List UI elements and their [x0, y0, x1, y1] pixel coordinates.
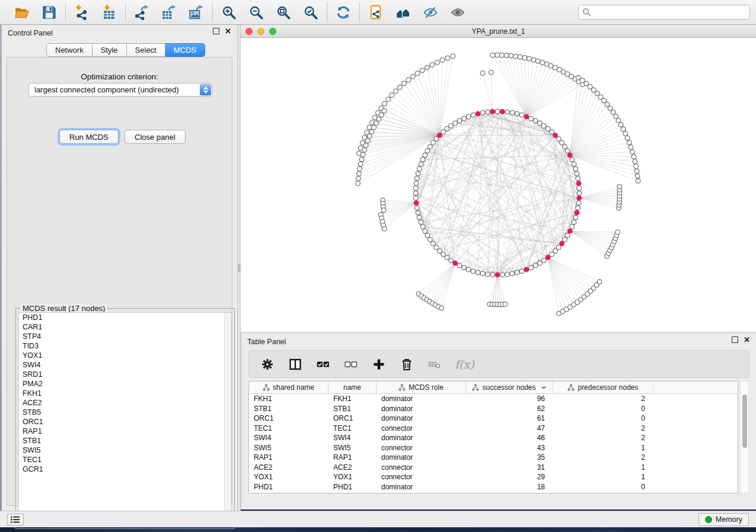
run-mcds-button[interactable]: Run MCDS — [59, 130, 119, 144]
tab-mcds[interactable]: MCDS — [165, 43, 205, 57]
table-row[interactable]: RAP1RAP1dominator352 — [249, 453, 738, 463]
tab-style[interactable]: Style — [92, 43, 127, 57]
select-all-button[interactable] — [315, 357, 331, 372]
list-item[interactable]: SWI4 — [19, 360, 231, 370]
list-item[interactable]: CAR1 — [19, 322, 231, 332]
export-network-icon — [134, 5, 149, 20]
share-network-button[interactable] — [368, 4, 384, 21]
column-header-name[interactable]: name — [328, 382, 377, 393]
table-cell: dominator — [377, 404, 466, 414]
search-input[interactable] — [578, 5, 750, 20]
list-item[interactable]: STB5 — [19, 408, 231, 417]
float-panel-icon[interactable] — [213, 28, 219, 34]
table-cell: PHD1 — [249, 482, 328, 492]
mcds-result-list[interactable]: PHD1CAR1STP4TID3YOX1SWI4SRD1PMA2FKH1ACE2… — [18, 312, 232, 526]
close-panel-icon[interactable]: ✕ — [225, 28, 231, 34]
table-cell: 0 — [553, 404, 653, 414]
table-settings-button[interactable] — [260, 357, 275, 372]
deselect-all-button[interactable] — [343, 357, 359, 372]
node-table: shared name name MCDS role successor nod… — [248, 381, 738, 493]
import-network-button[interactable] — [74, 4, 90, 21]
tab-select[interactable]: Select — [127, 43, 165, 57]
list-item[interactable]: PHD1 — [19, 313, 231, 322]
table-row[interactable]: FKH1FKH1dominator962 — [249, 394, 738, 404]
column-header-mcds-role[interactable]: MCDS role — [377, 382, 466, 393]
list-item[interactable]: PMA2 — [19, 379, 231, 389]
table-row[interactable]: ACE2ACE2connector311 — [249, 463, 738, 473]
tab-network[interactable]: Network — [46, 43, 92, 57]
table-row[interactable]: YOX1YOX1connector291 — [249, 472, 738, 482]
import-table-button[interactable] — [101, 4, 117, 21]
zoom-fit-button[interactable] — [275, 4, 292, 21]
table-row[interactable]: SWI4SWI4dominator462 — [249, 433, 738, 443]
table-cell: ACE2 — [249, 463, 328, 473]
table-row[interactable]: PHD1PHD1dominator180 — [249, 482, 738, 492]
search-field-wrap — [578, 5, 750, 20]
list-scrollbar[interactable] — [224, 313, 231, 525]
optimization-criterion-select[interactable]: largest connected component (undirected) — [28, 83, 212, 97]
tree-icon — [567, 384, 575, 391]
list-item[interactable]: TID3 — [19, 341, 231, 351]
network-canvas[interactable] — [241, 38, 756, 332]
table-cell: 29 — [466, 472, 553, 482]
memory-button[interactable]: Memory — [698, 513, 749, 526]
zoom-in-button[interactable] — [221, 4, 237, 21]
float-panel-icon[interactable] — [732, 336, 738, 343]
splitter-handle[interactable] — [238, 264, 240, 272]
show-hidden-button[interactable] — [449, 4, 466, 21]
open-session-button[interactable] — [14, 4, 30, 21]
show-panels-button[interactable] — [7, 514, 24, 525]
close-panel-button[interactable]: Close panel — [125, 130, 186, 144]
sort-desc-icon — [541, 384, 547, 390]
delete-table-button[interactable] — [427, 357, 442, 372]
zoom-selected-button[interactable] — [302, 4, 319, 21]
column-header-shared-name[interactable]: shared name — [249, 382, 328, 393]
eye-slash-icon — [423, 5, 438, 20]
table-cell: SWI5 — [249, 443, 328, 453]
export-image-button[interactable] — [188, 4, 205, 21]
list-item[interactable]: FKH1 — [19, 389, 231, 398]
function-builder-button[interactable]: f(x) — [455, 358, 474, 371]
split-columns-button[interactable] — [288, 357, 303, 372]
table-row[interactable]: STB1STB1dominator620 — [249, 404, 738, 414]
list-item[interactable]: STP4 — [19, 332, 231, 341]
table-scrollbar[interactable] — [740, 381, 749, 493]
close-panel-icon[interactable]: ✕ — [744, 336, 750, 343]
table-cell: SWI4 — [249, 433, 328, 443]
table-cell: dominator — [377, 482, 466, 492]
zoom-out-button[interactable] — [248, 4, 264, 21]
list-item[interactable]: GCR1 — [19, 464, 231, 474]
list-item[interactable]: SRD1 — [19, 370, 231, 379]
export-network-button[interactable] — [133, 4, 150, 21]
list-item[interactable]: STB1 — [19, 436, 231, 446]
refresh-button[interactable] — [335, 4, 352, 21]
scrollbar-thumb[interactable] — [742, 395, 747, 448]
mcds-result-title: MCDS result (17 nodes) — [20, 304, 107, 313]
list-item[interactable]: SWI5 — [19, 446, 231, 455]
delete-column-button[interactable] — [399, 357, 414, 372]
list-item[interactable]: ACE2 — [19, 398, 231, 408]
home-button[interactable] — [395, 4, 412, 21]
column-header-successor-nodes[interactable]: successor nodes — [466, 382, 553, 393]
table-row[interactable]: ORC1ORC1dominator610 — [249, 414, 738, 424]
network-titlebar[interactable]: YPA_prune.txt_1 — [241, 25, 756, 38]
control-panel-header: Control Panel ✕ — [2, 25, 237, 40]
hide-selected-button[interactable] — [422, 4, 439, 21]
table-cell: 46 — [466, 433, 553, 443]
list-item[interactable]: RAP1 — [19, 427, 231, 436]
column-header-predecessor-nodes[interactable]: predecessor nodes — [553, 382, 653, 393]
table-cell: 62 — [466, 404, 553, 414]
mcds-result-items: PHD1CAR1STP4TID3YOX1SWI4SRD1PMA2FKH1ACE2… — [19, 313, 231, 474]
table-cell: RAP1 — [328, 453, 377, 463]
table-cell: ORC1 — [328, 414, 377, 424]
table-row[interactable]: SWI5SWI5connector431 — [249, 443, 738, 453]
add-column-button[interactable] — [371, 357, 387, 372]
list-item[interactable]: TEC1 — [19, 455, 231, 464]
table-row[interactable]: TEC1TEC1connector472 — [249, 424, 738, 434]
export-table-button[interactable] — [161, 4, 177, 21]
list-icon — [10, 515, 21, 524]
control-panel-title: Control Panel — [8, 29, 53, 37]
save-session-button[interactable] — [41, 4, 58, 21]
list-item[interactable]: ORC1 — [19, 417, 231, 427]
list-item[interactable]: YOX1 — [19, 351, 231, 360]
